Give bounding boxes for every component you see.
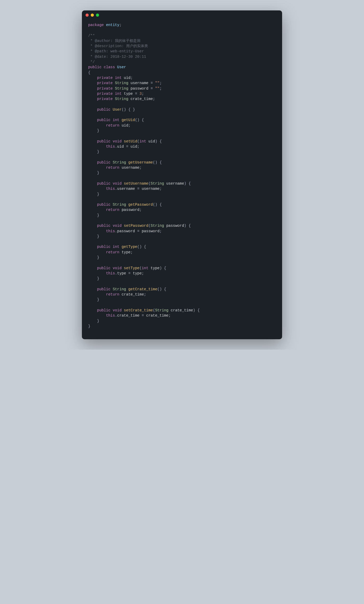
brace-close: } (133, 108, 135, 112)
keyword-private: private (97, 92, 113, 96)
comment-date-tag: * @date: (88, 55, 110, 59)
type-int: int (113, 245, 119, 249)
minimize-icon[interactable] (91, 14, 94, 17)
type-string: String (115, 86, 128, 91)
dot: . (115, 229, 117, 233)
assign-uid: uid (131, 144, 137, 149)
keyword-return: return (106, 250, 119, 254)
method-setUsername: setUsername (124, 181, 148, 186)
this-uid: uid (117, 144, 124, 149)
type-void: void (113, 181, 121, 186)
semicolon: ; (168, 313, 171, 318)
keyword-this: this (106, 229, 115, 233)
return-type: type (122, 250, 131, 254)
type-string: String (115, 97, 128, 101)
semicolon: ; (128, 123, 131, 128)
paren-close: ) (139, 245, 142, 249)
param-type-string: String (151, 224, 164, 228)
param-type-int: int (142, 266, 148, 270)
keyword-public: public (97, 118, 110, 122)
brace-close: } (88, 324, 90, 328)
package-name: entity (106, 23, 119, 27)
keyword-this: this (106, 144, 115, 149)
keyword-this: this (106, 313, 115, 318)
type-string: String (113, 203, 126, 207)
code-block: package entity; /** * @author: 我的袜子都是洞 *… (82, 20, 282, 331)
equals: = (135, 187, 142, 191)
equals: = (133, 92, 140, 96)
param-type-string: String (151, 181, 164, 186)
brace-open: { (128, 108, 131, 112)
assign-username: username (142, 187, 160, 191)
assign-type: type (133, 271, 142, 275)
param-type: type (151, 266, 159, 270)
keyword-public: public (97, 181, 110, 186)
constructor-name: User (113, 108, 121, 112)
method-setCrateTime: setCrate_time (124, 308, 153, 312)
paren-open: ( (135, 118, 137, 122)
brace-close: } (97, 234, 99, 238)
semicolon: ; (119, 23, 122, 27)
dot: . (115, 144, 117, 149)
this-type: type (117, 271, 126, 275)
paren-close: ) (160, 266, 162, 270)
comment-open: /** (88, 34, 95, 38)
brace-close: } (97, 171, 99, 175)
brace-open: { (88, 71, 90, 75)
keyword-private: private (97, 76, 113, 80)
brace-close: } (97, 150, 99, 154)
keyword-public: public (97, 160, 110, 165)
semicolon: ; (160, 81, 162, 85)
comment-author-val: 我的袜子都是洞 (115, 39, 140, 43)
equals: = (124, 144, 131, 149)
keyword-public: public (88, 65, 101, 69)
semicolon: ; (144, 292, 146, 297)
brace-close: } (97, 192, 99, 196)
brace-close: } (97, 255, 99, 260)
assign-crate-time: crate_time (146, 313, 168, 318)
method-getPassword: getPassword (128, 203, 153, 207)
paren-close: ) (124, 108, 126, 112)
type-void: void (113, 224, 121, 228)
maximize-icon[interactable] (96, 14, 99, 17)
param-password: password (166, 224, 184, 228)
string-empty: "" (155, 86, 159, 91)
paren-close: ) (155, 160, 157, 165)
keyword-this: this (106, 271, 115, 275)
semicolon: ; (131, 250, 133, 254)
brace-open: { (160, 160, 162, 165)
brace-open: { (142, 118, 144, 122)
paren-close: ) (155, 203, 157, 207)
dot: . (115, 271, 117, 275)
type-void: void (113, 308, 121, 312)
keyword-class: class (104, 65, 115, 69)
semicolon: ; (137, 144, 140, 149)
paren-close: ) (193, 308, 195, 312)
keyword-public: public (97, 308, 110, 312)
keyword-public: public (97, 108, 110, 112)
comment-path-val: web-entity-User (110, 49, 144, 53)
paren-open: ( (139, 266, 142, 270)
method-setType: setType (124, 266, 139, 270)
keyword-public: public (97, 203, 110, 207)
comment-author-tag: * @author: (88, 39, 115, 43)
keyword-public: public (97, 266, 110, 270)
brace-close: } (97, 298, 99, 302)
this-password: password (117, 229, 135, 233)
field-username: username (131, 81, 148, 85)
semicolon: ; (139, 208, 142, 212)
equals: = (139, 313, 146, 318)
paren-close: ) (184, 224, 186, 228)
equals: = (126, 271, 133, 275)
semicolon: ; (139, 166, 142, 170)
close-icon[interactable] (86, 14, 89, 17)
type-string: String (113, 160, 126, 165)
assign-password: password (142, 229, 160, 233)
paren-close: ) (160, 287, 162, 291)
field-password: password (131, 86, 148, 91)
keyword-return: return (106, 123, 119, 128)
brace-open: { (160, 203, 162, 207)
type-int: int (115, 76, 122, 80)
semicolon: ; (142, 92, 144, 96)
param-username: username (166, 181, 184, 186)
